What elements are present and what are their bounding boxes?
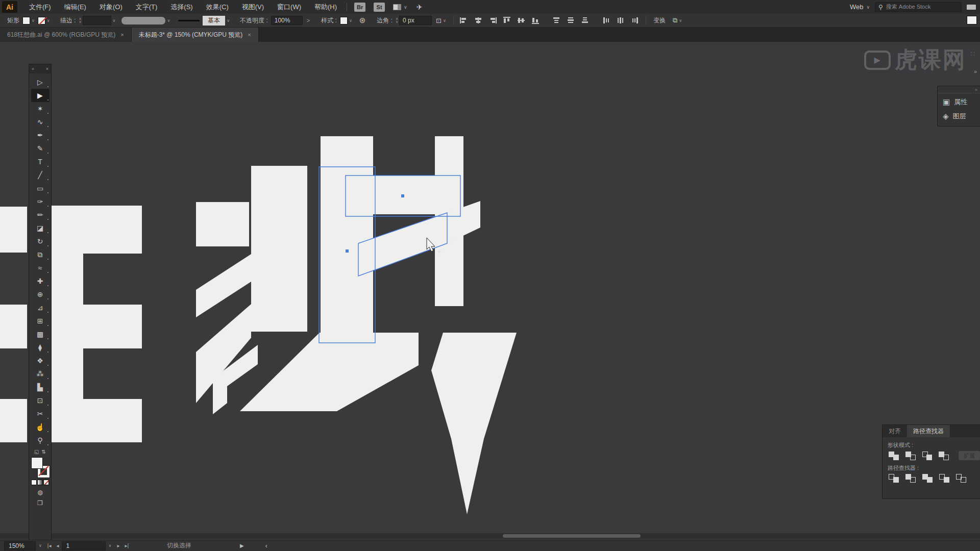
panel-collapse-chevrons[interactable]: » bbox=[974, 68, 977, 74]
align-center-v-icon[interactable] bbox=[515, 15, 527, 26]
mesh-tool[interactable]: ⊞ bbox=[31, 314, 50, 328]
scale-tool[interactable]: ⧉ bbox=[31, 248, 50, 261]
brush-definition-dropdown[interactable] bbox=[121, 17, 165, 24]
left-strip-bottom[interactable] bbox=[0, 399, 27, 442]
minimize-button[interactable] bbox=[967, 5, 976, 10]
radical-stem[interactable] bbox=[251, 166, 307, 332]
direct-selection-tool[interactable]: ▶ bbox=[31, 89, 50, 102]
menu-item[interactable]: 窗口(W) bbox=[271, 0, 308, 14]
align-top-icon[interactable] bbox=[501, 15, 513, 26]
align-center-h-icon[interactable] bbox=[472, 15, 484, 26]
fill-swatch[interactable] bbox=[31, 457, 43, 469]
recolor-artwork-icon[interactable]: ⊛ bbox=[359, 16, 366, 25]
menu-item[interactable]: 视图(V) bbox=[235, 0, 271, 14]
align-right-icon[interactable] bbox=[486, 15, 499, 26]
radical-arm[interactable] bbox=[196, 202, 249, 246]
slice-tool[interactable]: ✂ bbox=[31, 407, 50, 420]
dist-right-icon[interactable] bbox=[629, 15, 642, 26]
horizontal-scrollbar[interactable] bbox=[0, 533, 980, 539]
line-tool[interactable]: ╱ bbox=[31, 168, 50, 182]
shape-properties-icon[interactable]: ⊡ bbox=[436, 17, 442, 24]
eyedropper-tool[interactable]: ⧫ bbox=[31, 341, 50, 354]
opacity-options-arrow[interactable]: > bbox=[307, 17, 310, 23]
corner-stepper[interactable]: ∧∨ bbox=[396, 17, 398, 23]
fill-color-swatch[interactable] bbox=[22, 17, 30, 24]
zoom-tool[interactable]: ⚲ bbox=[31, 434, 50, 447]
control-bar-right-swatch[interactable] bbox=[967, 16, 977, 24]
eraser-tool[interactable]: ◪ bbox=[31, 221, 50, 235]
gradient-tool[interactable]: ▩ bbox=[31, 328, 50, 341]
menu-item[interactable]: 文件(F) bbox=[22, 0, 58, 14]
lasso-tool[interactable]: ∿ bbox=[31, 115, 50, 129]
swap-fill-stroke-icon[interactable]: ⇅ bbox=[42, 449, 46, 455]
menu-item[interactable]: 选择(S) bbox=[164, 0, 199, 14]
merge-icon[interactable] bbox=[922, 474, 933, 483]
style-swatch[interactable] bbox=[340, 17, 348, 24]
app-badge-st[interactable]: St bbox=[374, 3, 385, 12]
selection-tool[interactable]: ▷ bbox=[31, 76, 50, 89]
tab-close-icon[interactable]: × bbox=[248, 32, 251, 38]
drawing-mode-button[interactable]: ◍ bbox=[37, 489, 42, 496]
dist-top-icon[interactable] bbox=[551, 15, 563, 26]
toolbar-collapse-icon[interactable]: » bbox=[32, 66, 34, 71]
curvature-tool[interactable]: ✎ bbox=[31, 142, 50, 155]
rotate-tool[interactable]: ↻ bbox=[31, 235, 50, 248]
perspective-grid-tool[interactable]: ⊿ bbox=[31, 301, 50, 314]
corner-field[interactable]: 0 px bbox=[399, 16, 432, 25]
dock-item-图层[interactable]: ◈图层 bbox=[938, 108, 980, 122]
pathfinder-tab-对齐[interactable]: 对齐 bbox=[883, 425, 907, 437]
blend-tool[interactable]: ❖ bbox=[31, 354, 50, 367]
exclude-icon[interactable] bbox=[939, 452, 949, 460]
dist-bottom-icon[interactable] bbox=[579, 15, 592, 26]
dist-center-v-icon[interactable] bbox=[565, 15, 577, 26]
artboard-tool[interactable]: ⊡ bbox=[31, 394, 50, 407]
tab-close-icon[interactable]: × bbox=[120, 32, 124, 38]
menu-item[interactable]: 对象(O) bbox=[93, 0, 129, 14]
workspace-switcher[interactable]: ∨ bbox=[393, 4, 407, 10]
menu-item[interactable]: 文字(T) bbox=[129, 0, 164, 14]
stroke-weight-field[interactable] bbox=[83, 16, 111, 25]
gradient-chip[interactable] bbox=[37, 480, 43, 485]
stroke-stepper[interactable]: ∧∨ bbox=[79, 17, 81, 23]
none-chip[interactable] bbox=[43, 480, 49, 485]
type-tool[interactable]: T bbox=[31, 155, 50, 168]
left-strip-top[interactable] bbox=[0, 207, 27, 253]
draw-mode-icon[interactable]: ◱ bbox=[34, 449, 39, 455]
document-tab[interactable]: 618狂想曲.ai @ 600% (RGB/GPU 预览)× bbox=[0, 28, 132, 42]
radical-diagonal-1[interactable] bbox=[196, 254, 251, 317]
minus-front-icon[interactable] bbox=[905, 452, 916, 460]
rectangle-tool[interactable]: ▭ bbox=[31, 182, 50, 195]
symbol-sprayer-tool[interactable]: ⁂ bbox=[31, 367, 50, 381]
e-shape[interactable] bbox=[48, 206, 142, 442]
eye-top-bar[interactable] bbox=[346, 176, 463, 214]
crop-icon[interactable] bbox=[939, 474, 949, 483]
previous-artboard-button[interactable]: ◂ bbox=[56, 543, 59, 548]
menu-item[interactable]: 帮助(H) bbox=[308, 0, 344, 14]
dist-center-h-icon[interactable] bbox=[615, 15, 627, 26]
magic-wand-tool[interactable]: ✶ bbox=[31, 102, 50, 115]
opacity-field[interactable]: 100% bbox=[271, 16, 303, 25]
outline-icon[interactable] bbox=[956, 474, 966, 483]
first-artboard-button[interactable]: |◂ bbox=[47, 543, 52, 548]
canvas-area[interactable]: + » × ▷▶✶∿✒✎T╱▭✑✏◪↻⧉≈✚⊕⊿⊞▩⧫❖⁂▙⊡✂☝⚲ ◱ ⇅ bbox=[0, 42, 980, 540]
puppet-warp-tool[interactable]: ✚ bbox=[31, 274, 50, 288]
menu-item[interactable]: 编辑(E) bbox=[58, 0, 93, 14]
graph-tool[interactable]: ▙ bbox=[31, 381, 50, 394]
anchor-point[interactable] bbox=[346, 249, 349, 253]
anchor-point[interactable] bbox=[401, 194, 404, 197]
divide-icon[interactable] bbox=[889, 474, 899, 483]
gpu-rocket-icon[interactable]: ✈ bbox=[416, 3, 423, 11]
pathfinder-tab-路径查找器[interactable]: 路径查找器 bbox=[907, 425, 950, 437]
status-play-icon[interactable]: ▶ bbox=[240, 543, 244, 548]
artboard-options-icon[interactable]: ⧉ bbox=[673, 16, 677, 24]
app-badge-br[interactable]: Br bbox=[354, 3, 365, 12]
zoom-level-field[interactable]: 150% bbox=[4, 541, 36, 550]
screen-mode-button[interactable]: ❐ bbox=[37, 499, 43, 507]
menu-item[interactable]: 效果(C) bbox=[200, 0, 235, 14]
pen-tool[interactable]: ✒ bbox=[31, 129, 50, 142]
artboard-number-field[interactable]: 1 bbox=[62, 541, 106, 550]
heart-right-hook[interactable] bbox=[431, 333, 517, 514]
align-bottom-icon[interactable] bbox=[529, 15, 542, 26]
unite-icon[interactable] bbox=[889, 452, 899, 460]
stroke-color-swatch[interactable] bbox=[38, 17, 45, 24]
